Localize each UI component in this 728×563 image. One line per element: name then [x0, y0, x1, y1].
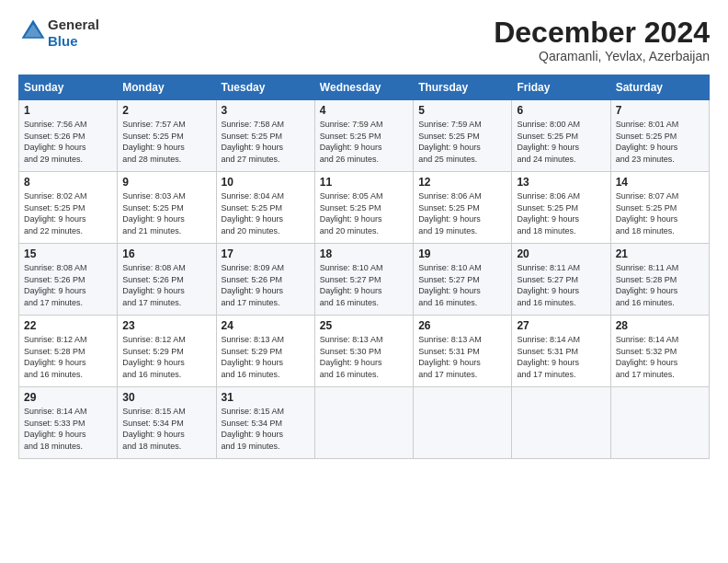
day-number: 18	[320, 247, 408, 260]
week-row-2: 8Sunrise: 8:02 AMSunset: 5:25 PMDaylight…	[19, 172, 710, 244]
column-header-monday: Monday	[118, 75, 216, 100]
calendar-cell: 1Sunrise: 7:56 AMSunset: 5:26 PMDaylight…	[19, 100, 118, 172]
calendar-cell: 18Sunrise: 8:10 AMSunset: 5:27 PMDayligh…	[314, 244, 413, 316]
cell-details: Sunrise: 8:11 AMSunset: 5:28 PMDaylight:…	[616, 262, 704, 308]
calendar-cell: 29Sunrise: 8:14 AMSunset: 5:33 PMDayligh…	[19, 387, 118, 459]
day-number: 1	[24, 104, 112, 117]
column-header-friday: Friday	[512, 75, 610, 100]
calendar-cell: 4Sunrise: 7:59 AMSunset: 5:25 PMDaylight…	[314, 100, 413, 172]
page: General Blue December 2024 Qaramanli, Ye…	[0, 0, 728, 468]
calendar-cell	[512, 387, 610, 459]
calendar-cell: 14Sunrise: 8:07 AMSunset: 5:25 PMDayligh…	[610, 172, 709, 244]
calendar-cell: 9Sunrise: 8:03 AMSunset: 5:25 PMDaylight…	[118, 172, 216, 244]
cell-details: Sunrise: 8:10 AMSunset: 5:27 PMDaylight:…	[320, 262, 408, 308]
calendar-cell: 17Sunrise: 8:09 AMSunset: 5:26 PMDayligh…	[216, 244, 314, 316]
header: General Blue December 2024 Qaramanli, Ye…	[18, 17, 710, 63]
day-number: 2	[122, 104, 210, 117]
cell-details: Sunrise: 8:03 AMSunset: 5:25 PMDaylight:…	[122, 190, 210, 236]
cell-details: Sunrise: 8:13 AMSunset: 5:30 PMDaylight:…	[320, 334, 408, 380]
day-number: 15	[24, 247, 112, 260]
cell-details: Sunrise: 8:11 AMSunset: 5:27 PMDaylight:…	[517, 262, 605, 308]
calendar-cell: 10Sunrise: 8:04 AMSunset: 5:25 PMDayligh…	[216, 172, 314, 244]
cell-details: Sunrise: 8:12 AMSunset: 5:29 PMDaylight:…	[122, 334, 210, 380]
week-row-4: 22Sunrise: 8:12 AMSunset: 5:28 PMDayligh…	[19, 316, 710, 387]
week-row-3: 15Sunrise: 8:08 AMSunset: 5:26 PMDayligh…	[19, 244, 710, 316]
cell-details: Sunrise: 8:07 AMSunset: 5:25 PMDaylight:…	[616, 190, 704, 236]
cell-details: Sunrise: 7:59 AMSunset: 5:25 PMDaylight:…	[320, 119, 408, 165]
cell-details: Sunrise: 8:14 AMSunset: 5:32 PMDaylight:…	[616, 334, 704, 380]
calendar-cell: 21Sunrise: 8:11 AMSunset: 5:28 PMDayligh…	[610, 244, 709, 316]
cell-details: Sunrise: 7:59 AMSunset: 5:25 PMDaylight:…	[418, 119, 506, 165]
day-number: 23	[122, 319, 210, 332]
day-number: 21	[616, 247, 704, 260]
calendar-cell: 2Sunrise: 7:57 AMSunset: 5:25 PMDaylight…	[118, 100, 216, 172]
cell-details: Sunrise: 8:06 AMSunset: 5:25 PMDaylight:…	[517, 190, 605, 236]
day-number: 12	[418, 176, 506, 189]
calendar-cell: 28Sunrise: 8:14 AMSunset: 5:32 PMDayligh…	[610, 316, 709, 387]
calendar-table: SundayMondayTuesdayWednesdayThursdayFrid…	[18, 75, 710, 459]
cell-details: Sunrise: 8:12 AMSunset: 5:28 PMDaylight:…	[24, 334, 112, 380]
day-number: 28	[616, 319, 704, 332]
calendar-cell: 11Sunrise: 8:05 AMSunset: 5:25 PMDayligh…	[314, 172, 413, 244]
day-number: 9	[122, 176, 210, 189]
cell-details: Sunrise: 8:13 AMSunset: 5:31 PMDaylight:…	[418, 334, 506, 380]
cell-details: Sunrise: 8:14 AMSunset: 5:33 PMDaylight:…	[24, 406, 112, 452]
day-number: 3	[222, 104, 310, 117]
column-header-thursday: Thursday	[414, 75, 512, 100]
cell-details: Sunrise: 7:58 AMSunset: 5:25 PMDaylight:…	[222, 119, 310, 165]
day-number: 24	[222, 319, 310, 332]
week-row-1: 1Sunrise: 7:56 AMSunset: 5:26 PMDaylight…	[19, 100, 710, 172]
day-number: 19	[418, 247, 506, 260]
day-number: 8	[24, 176, 112, 189]
day-number: 11	[320, 176, 408, 189]
day-number: 16	[122, 247, 210, 260]
column-header-wednesday: Wednesday	[314, 75, 413, 100]
day-number: 10	[222, 176, 310, 189]
calendar-cell: 3Sunrise: 7:58 AMSunset: 5:25 PMDaylight…	[216, 100, 314, 172]
logo-blue: Blue	[48, 33, 78, 49]
cell-details: Sunrise: 8:10 AMSunset: 5:27 PMDaylight:…	[418, 262, 506, 308]
logo-text: General Blue	[48, 17, 99, 50]
day-number: 25	[320, 319, 408, 332]
cell-details: Sunrise: 8:04 AMSunset: 5:25 PMDaylight:…	[222, 190, 310, 236]
cell-details: Sunrise: 8:02 AMSunset: 5:25 PMDaylight:…	[24, 190, 112, 236]
calendar-cell: 13Sunrise: 8:06 AMSunset: 5:25 PMDayligh…	[512, 172, 610, 244]
calendar-cell: 24Sunrise: 8:13 AMSunset: 5:29 PMDayligh…	[216, 316, 314, 387]
cell-details: Sunrise: 7:57 AMSunset: 5:25 PMDaylight:…	[122, 119, 210, 165]
calendar-cell: 19Sunrise: 8:10 AMSunset: 5:27 PMDayligh…	[414, 244, 512, 316]
logo: General Blue	[18, 17, 99, 50]
day-number: 22	[24, 319, 112, 332]
cell-details: Sunrise: 8:01 AMSunset: 5:25 PMDaylight:…	[616, 119, 704, 165]
cell-details: Sunrise: 8:05 AMSunset: 5:25 PMDaylight:…	[320, 190, 408, 236]
title-block: December 2024 Qaramanli, Yevlax, Azerbai…	[494, 17, 710, 63]
day-number: 29	[24, 391, 112, 404]
day-number: 4	[320, 104, 408, 117]
calendar-cell: 26Sunrise: 8:13 AMSunset: 5:31 PMDayligh…	[414, 316, 512, 387]
column-header-saturday: Saturday	[610, 75, 709, 100]
day-number: 20	[517, 247, 605, 260]
cell-details: Sunrise: 8:13 AMSunset: 5:29 PMDaylight:…	[222, 334, 310, 380]
cell-details: Sunrise: 8:15 AMSunset: 5:34 PMDaylight:…	[222, 406, 310, 452]
calendar-cell: 27Sunrise: 8:14 AMSunset: 5:31 PMDayligh…	[512, 316, 610, 387]
day-number: 7	[616, 104, 704, 117]
day-number: 26	[418, 319, 506, 332]
calendar-cell: 31Sunrise: 8:15 AMSunset: 5:34 PMDayligh…	[216, 387, 314, 459]
day-number: 5	[418, 104, 506, 117]
day-number: 6	[517, 104, 605, 117]
cell-details: Sunrise: 8:09 AMSunset: 5:26 PMDaylight:…	[222, 262, 310, 308]
cell-details: Sunrise: 7:56 AMSunset: 5:26 PMDaylight:…	[24, 119, 112, 165]
calendar-body: 1Sunrise: 7:56 AMSunset: 5:26 PMDaylight…	[19, 100, 710, 459]
day-number: 31	[222, 391, 310, 404]
cell-details: Sunrise: 8:14 AMSunset: 5:31 PMDaylight:…	[517, 334, 605, 380]
logo-general: General	[48, 17, 99, 32]
calendar-cell: 7Sunrise: 8:01 AMSunset: 5:25 PMDaylight…	[610, 100, 709, 172]
logo-icon	[20, 18, 46, 44]
day-number: 13	[517, 176, 605, 189]
calendar-cell: 5Sunrise: 7:59 AMSunset: 5:25 PMDaylight…	[414, 100, 512, 172]
calendar-cell: 6Sunrise: 8:00 AMSunset: 5:25 PMDaylight…	[512, 100, 610, 172]
cell-details: Sunrise: 8:15 AMSunset: 5:34 PMDaylight:…	[122, 406, 210, 452]
cell-details: Sunrise: 8:00 AMSunset: 5:25 PMDaylight:…	[517, 119, 605, 165]
calendar-cell: 15Sunrise: 8:08 AMSunset: 5:26 PMDayligh…	[19, 244, 118, 316]
calendar-cell	[314, 387, 413, 459]
month-title: December 2024	[494, 17, 710, 49]
